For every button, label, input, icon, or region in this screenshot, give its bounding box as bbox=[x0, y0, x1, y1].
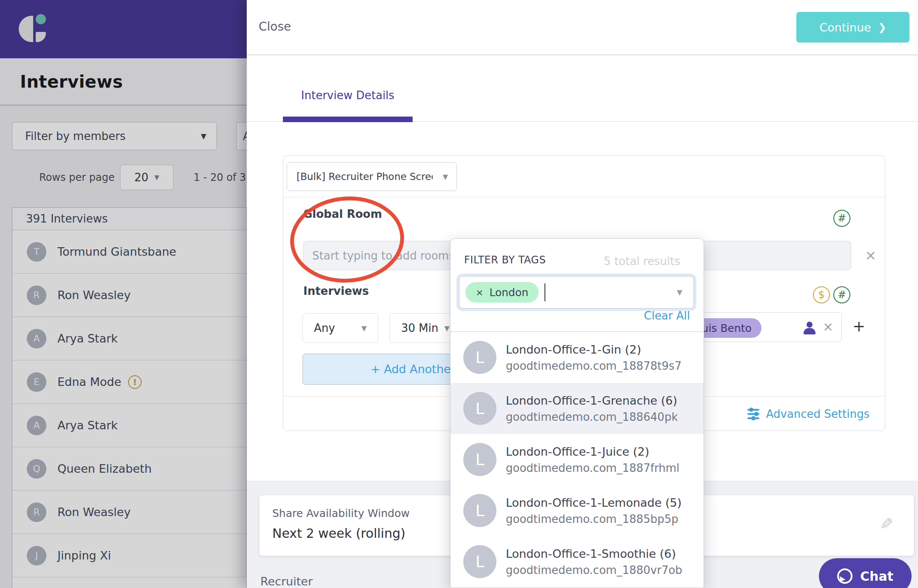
room-avatar: L bbox=[463, 443, 496, 476]
hash-token-icon[interactable]: # bbox=[833, 210, 850, 227]
share-availability-label: Share Availability Window bbox=[272, 507, 410, 519]
recruiter-section-label: Recruiter bbox=[260, 575, 313, 588]
popup-title: FILTER BY TAGS bbox=[464, 254, 546, 266]
chat-bubble-icon bbox=[837, 568, 852, 584]
person-icon[interactable] bbox=[804, 322, 815, 334]
filter-by-tags-popup: FILTER BY TAGS 5 total results × London … bbox=[450, 238, 704, 588]
room-option[interactable]: L London-Office-1-Smoothie (6) goodtimed… bbox=[450, 536, 704, 587]
continue-button[interactable]: Continue ❯ bbox=[796, 12, 909, 43]
screen: Interviews Filter by members ▼ A Rows pe… bbox=[0, 0, 918, 588]
clear-all-link[interactable]: Clear All bbox=[644, 309, 690, 322]
modal-backdrop bbox=[0, 0, 247, 588]
chevron-right-icon: ❯ bbox=[878, 21, 887, 33]
text-caret bbox=[545, 283, 545, 301]
chat-button[interactable]: Chat bbox=[819, 558, 912, 588]
clear-global-room-icon[interactable]: × bbox=[865, 248, 876, 263]
room-avatar: L bbox=[463, 494, 496, 527]
room-avatar: L bbox=[463, 392, 496, 425]
sliders-icon bbox=[747, 409, 759, 419]
room-option[interactable]: L London-Office-1-Grenache (6) goodtimed… bbox=[450, 383, 704, 434]
tag-filter-input[interactable]: × London ▼ bbox=[459, 276, 694, 308]
template-section: [Bulk] Recruiter Phone Screen ▼ bbox=[283, 156, 885, 197]
room-option[interactable]: L London-Office-1-Lemonade (5) goodtimed… bbox=[450, 485, 704, 536]
room-results-list: L London-Office-1-Gin (2) goodtimedemo.c… bbox=[450, 331, 704, 587]
advanced-settings-link[interactable]: Advanced Settings bbox=[747, 397, 870, 431]
interview-template-select[interactable]: [Bulk] Recruiter Phone Screen ▼ bbox=[287, 162, 457, 191]
room-avatar: L bbox=[463, 341, 496, 374]
hash-token-icon[interactable]: # bbox=[833, 286, 850, 303]
add-interviewer-button[interactable]: + bbox=[852, 317, 865, 335]
tab-interview-details[interactable]: Interview Details bbox=[283, 55, 413, 121]
chevron-down-icon: ▼ bbox=[443, 173, 448, 181]
tag-chip-london[interactable]: × London bbox=[465, 282, 539, 303]
active-tab-indicator bbox=[283, 117, 413, 122]
room-avatar: L bbox=[463, 545, 496, 578]
chevron-down-icon: ▼ bbox=[444, 324, 449, 332]
modal-header: Close Continue ❯ bbox=[247, 0, 918, 55]
interviewer-any-select[interactable]: Any ▼ bbox=[302, 313, 378, 343]
room-option[interactable]: L London-Office-1-Juice (2) goodtimedemo… bbox=[450, 434, 704, 485]
edit-pencil-icon[interactable]: ✎ bbox=[880, 515, 893, 534]
results-count: 5 total results bbox=[604, 255, 680, 268]
dollar-token-icon[interactable]: $ bbox=[813, 286, 830, 303]
room-option[interactable]: L London-Office-1-Gin (2) goodtimedemo.c… bbox=[450, 332, 704, 383]
remove-assignee-icon[interactable]: × bbox=[823, 319, 833, 334]
close-button[interactable]: Close bbox=[259, 20, 291, 34]
tab-strip: Interview Details bbox=[247, 55, 918, 122]
interviews-section-label: Interviews bbox=[303, 285, 369, 297]
chevron-down-icon: ▼ bbox=[362, 324, 367, 332]
remove-tag-icon[interactable]: × bbox=[476, 287, 483, 298]
chevron-down-icon: ▼ bbox=[677, 288, 682, 297]
share-availability-value: Next 2 week (rolling) bbox=[272, 526, 405, 541]
